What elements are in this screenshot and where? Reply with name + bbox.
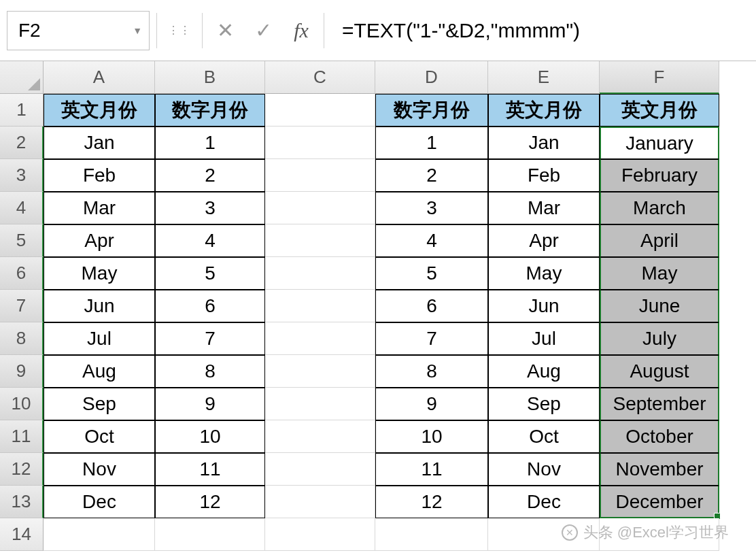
row-header-4[interactable]: 4: [0, 192, 44, 224]
select-all-corner[interactable]: [0, 61, 44, 94]
cell-C6[interactable]: [265, 257, 375, 290]
cell-A14[interactable]: [44, 518, 155, 551]
row-header-10[interactable]: 10: [0, 388, 44, 420]
expand-icon[interactable]: ⋮⋮: [164, 15, 195, 46]
cell-B1[interactable]: 数字月份: [155, 94, 265, 127]
cell-B8[interactable]: 7: [155, 322, 265, 355]
cell-B13[interactable]: 12: [155, 486, 265, 518]
cell-B5[interactable]: 4: [155, 224, 265, 257]
cell-B12[interactable]: 11: [155, 453, 265, 486]
confirm-icon[interactable]: ✓: [247, 15, 279, 46]
cell-E7[interactable]: Jun: [488, 290, 600, 322]
column-header-F[interactable]: F: [600, 61, 719, 94]
cell-F9[interactable]: August: [600, 355, 719, 388]
cell-C7[interactable]: [265, 290, 375, 322]
cell-C11[interactable]: [265, 420, 375, 453]
cell-E9[interactable]: Aug: [488, 355, 600, 388]
column-header-A[interactable]: A: [44, 61, 155, 94]
cell-B3[interactable]: 2: [155, 159, 265, 192]
cell-A1[interactable]: 英文月份: [44, 94, 155, 127]
cell-F2[interactable]: January: [600, 127, 719, 159]
cell-A3[interactable]: Feb: [44, 159, 155, 192]
row-header-12[interactable]: 12: [0, 453, 44, 486]
cell-A9[interactable]: Aug: [44, 355, 155, 388]
column-header-C[interactable]: C: [265, 61, 375, 94]
name-box[interactable]: F2 ▼: [7, 11, 150, 50]
cell-E2[interactable]: Jan: [488, 127, 600, 159]
cell-A12[interactable]: Nov: [44, 453, 155, 486]
cell-F14[interactable]: [600, 518, 719, 551]
cell-C12[interactable]: [265, 453, 375, 486]
cell-F11[interactable]: October: [600, 420, 719, 453]
cell-D12[interactable]: 11: [375, 453, 488, 486]
row-header-1[interactable]: 1: [0, 94, 44, 127]
cell-D7[interactable]: 6: [375, 290, 488, 322]
formula-input[interactable]: [331, 11, 749, 50]
cell-D11[interactable]: 10: [375, 420, 488, 453]
name-box-dropdown-icon[interactable]: ▼: [130, 25, 145, 36]
fx-icon[interactable]: fx: [286, 15, 317, 46]
cell-C8[interactable]: [265, 322, 375, 355]
row-header-11[interactable]: 11: [0, 420, 44, 453]
cell-E11[interactable]: Oct: [488, 420, 600, 453]
cell-A13[interactable]: Dec: [44, 486, 155, 518]
cell-E4[interactable]: Mar: [488, 192, 600, 224]
cell-D14[interactable]: [375, 518, 488, 551]
cell-C3[interactable]: [265, 159, 375, 192]
cell-E1[interactable]: 英文月份: [488, 94, 600, 127]
cell-C2[interactable]: [265, 127, 375, 159]
cell-B14[interactable]: [155, 518, 265, 551]
cancel-icon[interactable]: ✕: [209, 15, 241, 46]
cell-F4[interactable]: March: [600, 192, 719, 224]
cell-B11[interactable]: 10: [155, 420, 265, 453]
cell-F12[interactable]: November: [600, 453, 719, 486]
cell-B10[interactable]: 9: [155, 388, 265, 420]
cell-F6[interactable]: May: [600, 257, 719, 290]
cell-D1[interactable]: 数字月份: [375, 94, 488, 127]
cell-A2[interactable]: Jan: [44, 127, 155, 159]
cell-E14[interactable]: [488, 518, 600, 551]
cell-D9[interactable]: 8: [375, 355, 488, 388]
cell-A5[interactable]: Apr: [44, 224, 155, 257]
column-header-D[interactable]: D: [375, 61, 488, 94]
cell-A11[interactable]: Oct: [44, 420, 155, 453]
column-header-B[interactable]: B: [155, 61, 265, 94]
spreadsheet-grid[interactable]: ABCDEF1英文月份数字月份数字月份英文月份英文月份2Jan11JanJanu…: [0, 61, 756, 551]
cell-D2[interactable]: 1: [375, 127, 488, 159]
row-header-7[interactable]: 7: [0, 290, 44, 322]
cell-F8[interactable]: July: [600, 322, 719, 355]
cell-C1[interactable]: [265, 94, 375, 127]
cell-D4[interactable]: 3: [375, 192, 488, 224]
cell-B6[interactable]: 5: [155, 257, 265, 290]
cell-D3[interactable]: 2: [375, 159, 488, 192]
row-header-6[interactable]: 6: [0, 257, 44, 290]
cell-B9[interactable]: 8: [155, 355, 265, 388]
cell-B4[interactable]: 3: [155, 192, 265, 224]
cell-D5[interactable]: 4: [375, 224, 488, 257]
cell-E3[interactable]: Feb: [488, 159, 600, 192]
cell-F13[interactable]: December: [600, 486, 719, 518]
cell-C5[interactable]: [265, 224, 375, 257]
cell-C13[interactable]: [265, 486, 375, 518]
cell-B7[interactable]: 6: [155, 290, 265, 322]
row-header-13[interactable]: 13: [0, 486, 44, 518]
cell-E6[interactable]: May: [488, 257, 600, 290]
cell-E5[interactable]: Apr: [488, 224, 600, 257]
cell-F7[interactable]: June: [600, 290, 719, 322]
cell-A7[interactable]: Jun: [44, 290, 155, 322]
cell-D13[interactable]: 12: [375, 486, 488, 518]
column-header-E[interactable]: E: [488, 61, 600, 94]
cell-C9[interactable]: [265, 355, 375, 388]
cell-E8[interactable]: Jul: [488, 322, 600, 355]
cell-F1[interactable]: 英文月份: [600, 94, 719, 127]
row-header-8[interactable]: 8: [0, 322, 44, 355]
row-header-9[interactable]: 9: [0, 355, 44, 388]
cell-D6[interactable]: 5: [375, 257, 488, 290]
row-header-5[interactable]: 5: [0, 224, 44, 257]
row-header-3[interactable]: 3: [0, 159, 44, 192]
cell-E13[interactable]: Dec: [488, 486, 600, 518]
cell-F10[interactable]: September: [600, 388, 719, 420]
cell-D10[interactable]: 9: [375, 388, 488, 420]
row-header-2[interactable]: 2: [0, 127, 44, 159]
cell-C4[interactable]: [265, 192, 375, 224]
